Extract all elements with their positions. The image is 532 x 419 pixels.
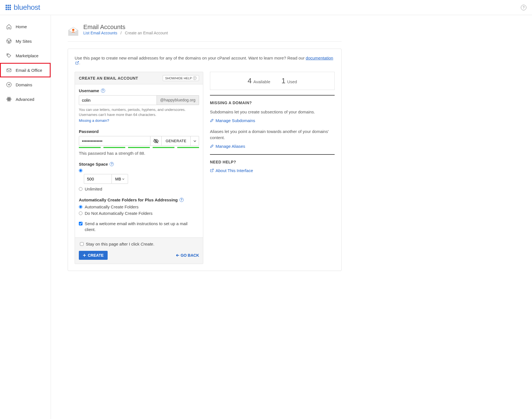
- subdomains-text: Subdomains let you create subsections of…: [210, 109, 335, 115]
- username-helper: You can use letters, numbers, periods, h…: [79, 107, 199, 117]
- form-footer: Stay on this page after I click Create. …: [75, 237, 203, 264]
- sidebar-item-home[interactable]: Home: [0, 19, 51, 34]
- stay-on-page-checkbox[interactable]: [80, 242, 84, 246]
- home-icon: [6, 24, 12, 29]
- storage-limited-radio[interactable]: [79, 169, 82, 172]
- password-input[interactable]: [79, 136, 150, 146]
- logo-area: bluehost: [6, 3, 40, 12]
- available-count: 4: [248, 77, 252, 85]
- svg-point-4: [8, 99, 9, 99]
- page-title: Email Accounts: [83, 23, 168, 31]
- go-back-link[interactable]: GO BACK: [176, 253, 199, 258]
- storage-unit-dropdown[interactable]: MB: [112, 174, 128, 184]
- app-grid-icon[interactable]: [6, 5, 11, 10]
- wordpress-icon: [6, 38, 12, 44]
- atom-icon: [6, 96, 12, 102]
- page-header: Email Accounts List Email Accounts / Cre…: [68, 23, 342, 38]
- folders-noauto-radio[interactable]: [79, 211, 82, 215]
- show-hide-help-button[interactable]: SHOW/HIDE HELP ?: [163, 75, 199, 81]
- manage-subdomains-link[interactable]: Manage Subdomains: [210, 118, 335, 123]
- svg-point-5: [7, 98, 11, 100]
- caret-down-icon: [193, 140, 196, 142]
- svg-point-8: [72, 29, 74, 31]
- sidebar-item-label: Email & Office: [16, 68, 42, 73]
- brand-logo[interactable]: bluehost: [14, 3, 40, 12]
- username-label: Username ?: [79, 88, 199, 93]
- missing-domain-link[interactable]: Missing a domain?: [79, 118, 109, 123]
- need-help-heading: NEED HELP?: [210, 160, 335, 164]
- right-column: 4Available 1Used MISSING A DOMAIN? Subdo…: [210, 72, 335, 264]
- manage-aliases-link[interactable]: Manage Aliases: [210, 144, 335, 149]
- tag-icon: [6, 53, 12, 58]
- sidebar-item-mysites[interactable]: My Sites: [0, 34, 51, 48]
- folders-label: Automatically Create Folders for Plus Ad…: [79, 197, 199, 202]
- sidebar-item-label: Advanced: [16, 97, 34, 102]
- welcome-email-checkbox[interactable]: [79, 222, 82, 225]
- generate-dropdown-button[interactable]: [191, 136, 199, 146]
- svg-point-3: [7, 82, 11, 87]
- eye-off-icon: [153, 138, 159, 144]
- sidebar-item-email-office[interactable]: Email & Office: [0, 63, 51, 77]
- help-icon[interactable]: ?: [110, 162, 114, 166]
- external-link-icon: [210, 168, 214, 172]
- generate-password-button[interactable]: GENERATE: [162, 136, 191, 146]
- plus-icon: [83, 254, 86, 257]
- sidebar: Home My Sites Marketplace Email & Office…: [0, 15, 51, 419]
- help-icon[interactable]: ?: [521, 5, 526, 10]
- sidebar-item-advanced[interactable]: Advanced: [0, 92, 51, 106]
- wrench-icon: [210, 118, 214, 122]
- welcome-email-label: Send a welcome email with instructions t…: [85, 221, 199, 232]
- folders-noauto-label: Do Not Automatically Create Folders: [85, 211, 153, 216]
- breadcrumb: List Email Accounts / Create an Email Ac…: [83, 31, 168, 35]
- sidebar-item-label: Domains: [16, 82, 32, 87]
- folders-auto-label: Automatically Create Folders: [85, 204, 139, 209]
- domain-suffix: @happybluedog.org: [157, 95, 199, 105]
- sidebar-item-label: Home: [16, 24, 27, 29]
- password-strength-text: This password has a strength of 88.: [79, 151, 199, 156]
- caret-down-icon: [122, 178, 124, 180]
- password-label: Password: [79, 129, 199, 134]
- wrench-icon: [210, 144, 214, 148]
- panel: Use this page to create new email addres…: [68, 49, 342, 271]
- sidebar-item-domains[interactable]: Domains: [0, 77, 51, 92]
- create-button[interactable]: CREATE: [79, 251, 108, 260]
- help-icon[interactable]: ?: [101, 89, 105, 93]
- username-input[interactable]: [79, 95, 157, 105]
- stats-box: 4Available 1Used: [210, 72, 335, 90]
- help-icon[interactable]: ?: [179, 198, 184, 202]
- mail-icon: [6, 67, 12, 73]
- sidebar-item-marketplace[interactable]: Marketplace: [0, 48, 51, 63]
- storage-unlimited-label: Unlimited: [85, 187, 102, 191]
- create-form-card: CREATE AN EMAIL ACCOUNT SHOW/HIDE HELP ?…: [75, 72, 203, 264]
- missing-domain-heading: MISSING A DOMAIN?: [210, 101, 335, 105]
- intro-text: Use this page to create new email addres…: [75, 56, 335, 65]
- breadcrumb-current: Create an Email Account: [125, 31, 168, 35]
- folders-auto-radio[interactable]: [79, 205, 82, 209]
- breadcrumb-link[interactable]: List Email Accounts: [83, 31, 117, 35]
- storage-unlimited-radio[interactable]: [79, 187, 82, 191]
- storage-size-input[interactable]: [84, 174, 112, 184]
- main-content: Email Accounts List Email Accounts / Cre…: [51, 15, 342, 419]
- email-accounts-icon: [68, 26, 79, 35]
- form-heading: CREATE AN EMAIL ACCOUNT: [79, 76, 138, 80]
- aliases-text: Aliases let you point a domain towards a…: [210, 128, 335, 141]
- toggle-password-visibility-button[interactable]: [150, 136, 162, 146]
- topbar: bluehost ?: [0, 0, 532, 15]
- sidebar-item-label: My Sites: [16, 39, 32, 44]
- storage-label: Storage Space ?: [79, 162, 199, 166]
- about-interface-link[interactable]: About This Interface: [210, 168, 335, 173]
- used-count: 1: [282, 77, 285, 85]
- arrow-left-icon: [176, 254, 179, 257]
- compass-icon: [6, 82, 12, 87]
- sidebar-item-label: Marketplace: [16, 53, 39, 58]
- stay-label: Stay on this page after I click Create.: [86, 242, 154, 246]
- password-strength-meter: [79, 147, 199, 148]
- svg-point-1: [8, 54, 8, 55]
- svg-rect-2: [7, 69, 11, 72]
